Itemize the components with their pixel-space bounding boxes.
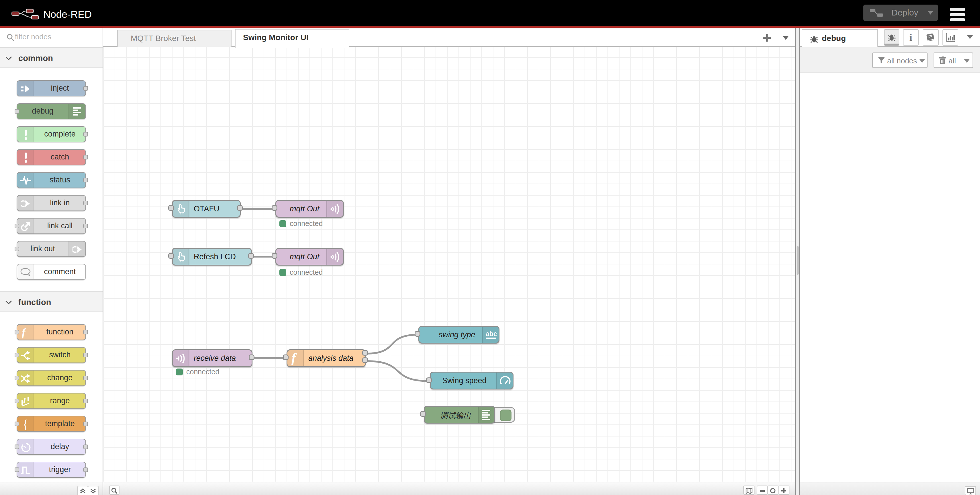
svg-text:f: f [291,351,297,365]
svg-text:abc: abc [486,331,497,338]
svg-text:f: f [22,327,26,339]
svg-text:{: { [22,418,29,431]
